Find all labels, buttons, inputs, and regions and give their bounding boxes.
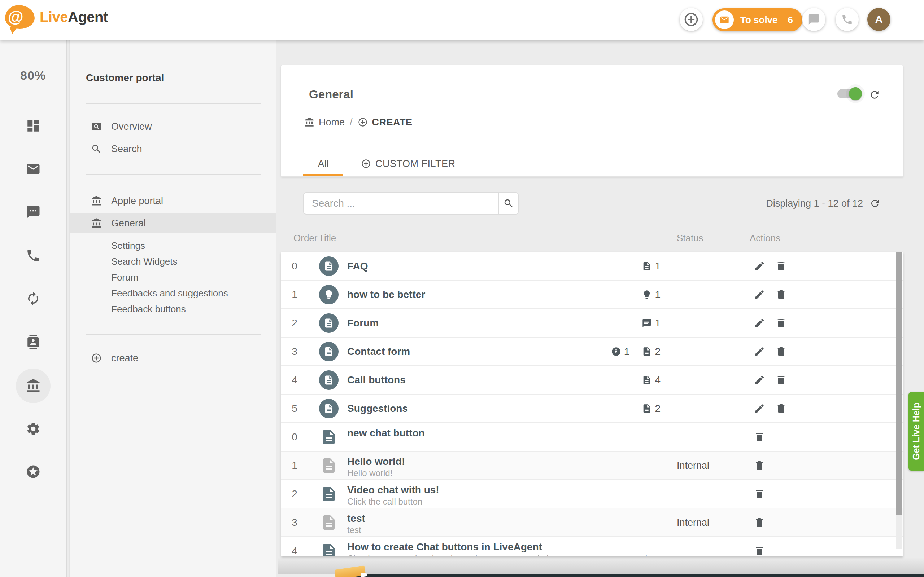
rail-item-contacts[interactable] <box>16 325 50 359</box>
trash-icon <box>775 403 787 414</box>
table-row[interactable]: 4 Call buttons 4 <box>281 366 903 395</box>
table-row[interactable]: 2 Forum 1 <box>281 309 903 338</box>
delete-button[interactable] <box>754 488 765 500</box>
table-row[interactable]: 0 FAQ 1 <box>281 252 903 280</box>
delete-button[interactable] <box>775 374 787 386</box>
row-order: 3 <box>286 517 304 528</box>
row-title[interactable]: Call buttons <box>347 374 406 386</box>
table-row[interactable]: 4 How to create Chat buttons in LiveAgen… <box>281 537 903 556</box>
avatar[interactable]: A <box>867 8 890 31</box>
to-solve-button[interactable]: To solve 6 <box>712 8 802 31</box>
edit-button[interactable] <box>754 318 765 329</box>
refresh-icon[interactable] <box>869 89 880 101</box>
calls-button[interactable] <box>835 8 859 31</box>
rail-item-dashboard[interactable] <box>16 108 50 143</box>
rail-item-tickets[interactable] <box>16 152 50 187</box>
row-order: 1 <box>286 289 304 300</box>
breadcrumb-home[interactable]: Home <box>304 117 345 128</box>
search-input[interactable] <box>304 193 498 214</box>
get-live-help-button[interactable]: Get Live Help <box>908 392 924 471</box>
chats-button[interactable] <box>802 8 825 31</box>
row-title[interactable]: Hello world! <box>347 456 405 467</box>
edit-button[interactable] <box>754 289 765 300</box>
trash-icon <box>775 289 787 300</box>
rail-item-premium[interactable] <box>16 455 50 489</box>
row-title[interactable]: how to be better <box>347 289 425 300</box>
delete-button[interactable] <box>775 289 787 300</box>
sidebar-item-create[interactable]: create <box>69 348 276 368</box>
sidebar-item-search[interactable]: Search <box>69 139 276 159</box>
breadcrumb: Home / CREATE <box>304 116 412 129</box>
row-title[interactable]: How to create Chat buttons in LiveAgent <box>347 541 542 553</box>
sidebar-item-feedbacks[interactable]: Feedbacks and suggestions <box>111 288 228 299</box>
table-row[interactable]: 1 how to be better 1 <box>281 280 903 309</box>
refresh-icon[interactable] <box>869 198 880 209</box>
article-icon <box>320 429 338 446</box>
rail-item-automation[interactable] <box>16 281 50 316</box>
row-title[interactable]: Suggestions <box>347 403 408 414</box>
edit-button[interactable] <box>754 403 765 414</box>
row-subtitle: test <box>347 525 361 535</box>
table-row[interactable]: 5 Suggestions 2 <box>281 395 903 423</box>
add-new-button[interactable] <box>680 8 703 31</box>
liveagent-app: @ LiveAgent To solve 6 A 80% <box>0 0 924 577</box>
tab-custom-filter[interactable]: CUSTOM FILTER <box>357 151 459 176</box>
sidebar-item-feedback-buttons[interactable]: Feedback buttons <box>111 304 186 315</box>
rail-item-settings[interactable] <box>16 411 50 446</box>
edit-button[interactable] <box>754 346 765 357</box>
top-header: @ LiveAgent To solve 6 A <box>0 0 924 40</box>
status-label: Internal <box>677 460 709 471</box>
row-title[interactable]: FAQ <box>347 260 368 272</box>
article-count-icon <box>642 403 652 414</box>
delete-button[interactable] <box>754 460 765 471</box>
pencil-icon <box>754 403 765 414</box>
gear-icon <box>26 421 41 436</box>
edit-button[interactable] <box>754 374 765 386</box>
delete-button[interactable] <box>754 431 765 443</box>
portal-enabled-toggle[interactable] <box>837 89 860 98</box>
search-button[interactable] <box>498 193 518 214</box>
delete-button[interactable] <box>775 318 787 329</box>
logo-text-agent: Agent <box>68 9 108 25</box>
table-scrollbar[interactable] <box>896 252 901 548</box>
sidebar-item-forum[interactable]: Forum <box>111 272 138 283</box>
row-title[interactable]: Forum <box>347 318 379 329</box>
row-subtitle: Hello world! <box>347 468 393 478</box>
sidebar-item-label: General <box>111 218 146 229</box>
sidebar-item-general[interactable]: General <box>69 213 276 233</box>
row-title[interactable]: Video chat with us! <box>347 484 439 496</box>
row-title[interactable]: Contact form <box>347 346 410 357</box>
table-row[interactable]: 0 new chat button <box>281 423 903 451</box>
breadcrumb-create[interactable]: CREATE <box>358 117 412 128</box>
delete-button[interactable] <box>775 260 787 272</box>
rail-item-chats[interactable] <box>16 195 50 229</box>
table-row[interactable]: 2 Video chat with us! Click the call but… <box>281 480 903 508</box>
sidebar-item-settings[interactable]: Settings <box>111 240 145 251</box>
sidebar-item-apple-portal[interactable]: Apple portal <box>69 191 276 211</box>
column-header-title: Title <box>319 233 336 244</box>
envelope-icon <box>719 15 729 25</box>
delete-button[interactable] <box>775 346 787 357</box>
tab-all[interactable]: All <box>303 151 343 176</box>
row-title[interactable]: test <box>347 513 365 524</box>
table-row[interactable]: 3 Contact form 1 2 <box>281 338 903 366</box>
rail-item-customer-portal[interactable] <box>16 369 50 403</box>
search-bar <box>303 192 519 214</box>
sidebar-item-label: Search <box>111 143 142 155</box>
displaying-label: Displaying 1 - 12 of 12 <box>766 198 863 209</box>
sidebar-item-search-widgets[interactable]: Search Widgets <box>111 256 178 267</box>
rail-item-calls[interactable] <box>16 239 50 273</box>
sidebar-item-overview[interactable]: Overview <box>69 117 276 136</box>
pencil-tip-graphic <box>360 573 367 577</box>
row-order: 0 <box>286 431 304 443</box>
table-row[interactable]: 3 test test Internal <box>281 508 903 537</box>
edit-button[interactable] <box>754 260 765 272</box>
delete-button[interactable] <box>775 403 787 414</box>
scrollbar-thumb[interactable] <box>896 252 901 515</box>
table-row[interactable]: 1 Hello world! Hello world! Internal <box>281 451 903 480</box>
delete-button[interactable] <box>754 517 765 528</box>
row-counts: 1 2 <box>611 346 661 357</box>
row-title[interactable]: new chat button <box>347 427 425 439</box>
delete-button[interactable] <box>754 545 765 557</box>
trash-icon <box>754 431 765 443</box>
